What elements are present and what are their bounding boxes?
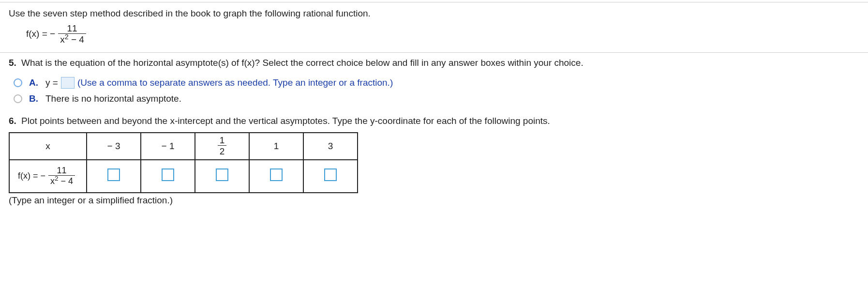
function-definition: f(x) = − 11 x2 − 4 <box>26 24 89 45</box>
table-x-col-5: 3 <box>303 133 358 160</box>
question-6-number: 6. <box>9 116 21 126</box>
choice-a-row[interactable]: A. y = (Use a comma to separate answers … <box>14 77 859 89</box>
fn-fraction: 11 x2 − 4 <box>58 24 86 45</box>
fn-numerator: 11 <box>58 24 86 34</box>
table-x-col-3: 1 2 <box>195 133 249 160</box>
question-5-number: 5. <box>9 58 21 68</box>
points-table: x − 3 − 1 1 2 1 3 f(x) = − 11 x2 − 4 <box>9 132 358 193</box>
question-6-text: Plot points between and beyond the x-int… <box>21 116 550 126</box>
radio-choice-b[interactable] <box>14 94 22 103</box>
choice-a-label: A. <box>29 77 41 88</box>
choice-a-input[interactable] <box>61 77 75 89</box>
input-format-note: (Type an integer or a simplified fractio… <box>0 193 868 206</box>
choice-a-hint: (Use a comma to separate answers as need… <box>77 77 393 88</box>
table-row-fn-label: f(x) = − 11 x2 − 4 <box>9 160 87 193</box>
question-5-text: What is the equation of the horizontal a… <box>21 58 584 68</box>
table-x-col-2: − 1 <box>141 133 195 160</box>
choice-b-label: B. <box>29 93 41 104</box>
fn-denominator: x2 − 4 <box>58 34 86 45</box>
fn-lhs: f(x) = − <box>26 29 55 39</box>
table-row: x − 3 − 1 1 2 1 3 <box>9 133 358 160</box>
choice-b-row[interactable]: B. There is no horizontal asymptote. <box>14 93 859 104</box>
y-input-1[interactable] <box>107 168 120 181</box>
radio-choice-a[interactable] <box>14 78 22 87</box>
choice-b-text: There is no horizontal asymptote. <box>45 93 181 104</box>
y-input-5[interactable] <box>324 168 337 181</box>
table-x-col-4: 1 <box>249 133 303 160</box>
table-row: f(x) = − 11 x2 − 4 <box>9 160 358 193</box>
y-input-2[interactable] <box>162 168 174 181</box>
choice-a-pre: y = <box>45 77 58 88</box>
intro-text: Use the seven step method described in t… <box>9 8 859 19</box>
y-input-4[interactable] <box>270 168 283 181</box>
table-x-col-1: − 3 <box>87 133 141 160</box>
table-header-x: x <box>9 133 87 160</box>
y-input-3[interactable] <box>216 168 228 181</box>
